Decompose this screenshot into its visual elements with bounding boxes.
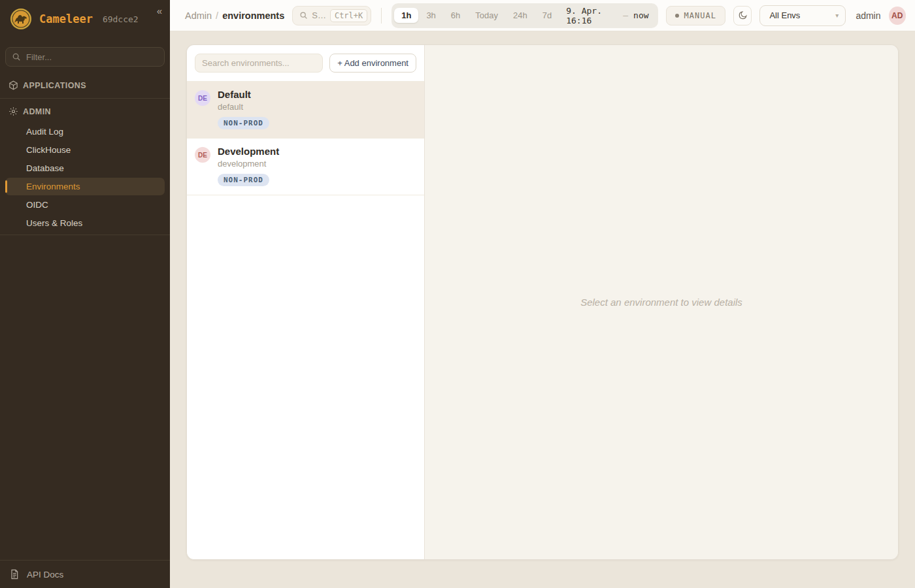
environment-slug: default <box>218 102 269 112</box>
topbar: Admin / environments S… Ctrl+K 1h 3h 6h … <box>170 0 915 31</box>
section-admin-label: ADMIN <box>23 107 51 116</box>
sidebar-item-database[interactable]: Database <box>5 159 165 177</box>
environments-panel: + Add environment DE Default default NON… <box>186 44 899 560</box>
sidebar-item-audit-log[interactable]: Audit Log <box>5 123 165 140</box>
package-icon <box>8 80 18 90</box>
time-range-1h[interactable]: 1h <box>394 8 418 23</box>
sidebar-collapse-icon[interactable]: « <box>157 5 162 16</box>
environment-detail-pane: Select an environment to view details <box>425 45 898 559</box>
sidebar-divider <box>0 98 170 99</box>
environment-name: Default <box>218 89 269 100</box>
app-version: 69dcce2 <box>103 14 139 24</box>
env-filter-value: All Envs <box>769 10 800 20</box>
cameleer-logo-icon <box>9 7 33 31</box>
add-environment-button[interactable]: + Add environment <box>329 54 416 73</box>
sidebar-item-oidc[interactable]: OIDC <box>5 196 165 214</box>
time-range-3h[interactable]: 3h <box>419 8 442 23</box>
api-docs-link[interactable]: API Docs <box>0 560 170 588</box>
search-icon <box>299 11 308 20</box>
environment-type-badge: NON-PROD <box>218 117 269 129</box>
sidebar-filter-input[interactable] <box>5 47 165 67</box>
section-admin[interactable]: ADMIN <box>0 101 170 122</box>
refresh-mode-badge[interactable]: MANUAL <box>666 6 725 25</box>
time-separator: — <box>623 10 628 20</box>
search-icon <box>12 52 21 61</box>
user-name: admin <box>856 10 880 21</box>
refresh-mode-label: MANUAL <box>684 11 716 20</box>
environments-search-input[interactable] <box>195 54 323 73</box>
content-area: + Add environment DE Default default NON… <box>170 31 915 588</box>
chevron-down-icon: ▾ <box>835 12 839 19</box>
status-dot-icon <box>675 14 679 18</box>
sidebar-divider <box>0 235 170 235</box>
breadcrumb: Admin / environments <box>185 10 284 21</box>
environment-row-development[interactable]: DE Development development NON-PROD <box>187 139 424 195</box>
logo-row: Cameleer 69dcce2 « <box>0 0 170 37</box>
dark-mode-toggle[interactable] <box>733 6 752 25</box>
time-range-selector: 1h 3h 6h Today 24h 7d 9. Apr. 16:16 — no… <box>391 3 657 28</box>
sidebar-filter <box>5 47 165 67</box>
api-docs-label: API Docs <box>27 570 63 580</box>
main-area: Admin / environments S… Ctrl+K 1h 3h 6h … <box>170 0 915 588</box>
topbar-divider <box>381 8 382 24</box>
moon-icon <box>738 10 748 20</box>
time-range-7d[interactable]: 7d <box>535 8 559 23</box>
breadcrumb-parent[interactable]: Admin <box>185 10 212 21</box>
environment-row-default[interactable]: DE Default default NON-PROD <box>187 82 424 139</box>
sidebar-item-environments[interactable]: Environments <box>5 178 165 195</box>
sidebar-item-clickhouse[interactable]: ClickHouse <box>5 141 165 159</box>
breadcrumb-current: environments <box>222 10 284 21</box>
admin-nav: Audit Log ClickHouse Database Environmen… <box>0 122 170 233</box>
time-range-today[interactable]: Today <box>468 8 505 23</box>
app-title: Cameleer <box>39 12 93 25</box>
environment-slug: development <box>218 159 279 169</box>
environments-list-header: + Add environment <box>187 45 424 82</box>
time-range-24h[interactable]: 24h <box>506 8 535 23</box>
environment-name: Development <box>218 146 279 157</box>
document-icon <box>9 569 20 580</box>
gear-icon <box>8 106 18 116</box>
empty-state-message: Select an environment to view details <box>580 297 742 308</box>
section-applications[interactable]: APPLICATIONS <box>0 74 170 96</box>
sidebar-item-users-roles[interactable]: Users & Roles <box>5 214 165 232</box>
environments-list: + Add environment DE Default default NON… <box>187 45 425 559</box>
env-filter-select[interactable]: All Envs ▾ <box>759 5 846 26</box>
time-to: now <box>633 10 648 20</box>
time-range-6h[interactable]: 6h <box>444 8 467 23</box>
breadcrumb-separator: / <box>216 10 218 21</box>
time-range-display[interactable]: 9. Apr. 16:16 — now <box>559 6 655 25</box>
global-search-text: S… <box>312 10 326 20</box>
time-from: 9. Apr. 16:16 <box>566 6 618 25</box>
global-search-button[interactable]: S… Ctrl+K <box>292 6 371 25</box>
search-shortcut: Ctrl+K <box>330 9 367 22</box>
section-applications-label: APPLICATIONS <box>23 81 86 90</box>
environment-info: Development development NON-PROD <box>218 146 279 186</box>
sidebar: Cameleer 69dcce2 « APPLICATIONS ADMIN Au… <box>0 0 170 588</box>
environment-info: Default default NON-PROD <box>218 89 269 129</box>
environment-type-badge: NON-PROD <box>218 174 269 186</box>
environment-avatar: DE <box>195 90 210 106</box>
user-avatar[interactable]: AD <box>889 7 907 25</box>
environment-avatar: DE <box>195 147 210 163</box>
